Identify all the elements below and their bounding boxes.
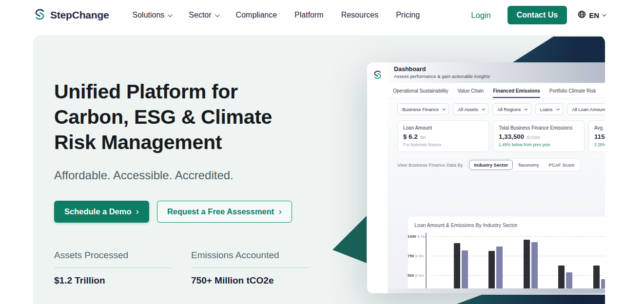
language-code: EN [589, 11, 599, 19]
filter-loans[interactable]: Loans [535, 103, 563, 115]
brand-name: StepChange [50, 9, 109, 21]
stepchange-mark-icon [372, 70, 383, 293]
top-navigation: StepChange Solutions Sector Compliance P… [0, 0, 644, 30]
dashboard-body: Business Finance All Assets All Regions … [388, 99, 605, 288]
dashboard-main: Dashboard Assess performance & gain acti… [388, 62, 605, 293]
chevron-down-icon [525, 107, 527, 110]
metric-value: 1,33,500 [499, 133, 524, 140]
nav-item-platform[interactable]: Platform [294, 11, 324, 19]
grid-line [430, 236, 605, 237]
metric-title: Loan Amount [403, 125, 483, 131]
filter-all-assets[interactable]: All Assets [453, 103, 488, 115]
view-by-label: View Business Finance Data By [397, 162, 463, 168]
chevron-down-icon [215, 12, 220, 17]
tab-portfolio-climate-risk[interactable]: Portfolio Climate Risk [549, 88, 596, 98]
bar-emissions [496, 247, 503, 293]
chevron-down-icon [168, 12, 173, 17]
metric-unit: tCO2e [527, 134, 540, 140]
decor-navy-parallelogram [513, 37, 605, 62]
decor-teal-triangle [332, 216, 367, 263]
chevron-down-icon [602, 12, 606, 16]
hero-subtitle: Affordable. Accessible. Accredited. [54, 169, 327, 182]
filter-all-loan-amount[interactable]: All Loan Amount [567, 103, 605, 115]
metric-note: For business finance [403, 142, 483, 147]
metric-note: 2.29% l [594, 142, 605, 147]
hero-section: Unified Platform for Carbon, ESG & Clima… [33, 35, 605, 304]
dashboard-header: Dashboard Assess performance & gain acti… [388, 62, 605, 83]
bar-chart: 0 $ Mn250 $ Mn500 $ Mn750 $ Mn1000 $ MnC… [408, 230, 605, 293]
bar-loan-amount [454, 243, 460, 293]
language-selector[interactable]: EN [578, 10, 605, 20]
nav-links: Solutions Sector Compliance Platform Res… [133, 11, 420, 19]
chart-card: Loan Amount & Emissions By Industry Sect… [407, 216, 605, 293]
tab-value-chain[interactable]: Value Chain [457, 88, 484, 98]
dashboard-subtitle: Assess performance & gain actionable ins… [394, 74, 605, 79]
filter-business-finance[interactable]: Business Finance [397, 103, 449, 115]
decor-bottom-ribbon [457, 295, 605, 304]
nav-item-pricing[interactable]: Pricing [396, 11, 420, 19]
stat-emissions-accounted: Emissions Accounted 750+ Million tCO2e [191, 250, 309, 286]
bar-emissions [462, 250, 468, 293]
metric-unit: Bn [420, 134, 426, 140]
stepchange-logo-icon [33, 8, 46, 23]
metric-title: Total Business Finance Emissions [499, 125, 579, 131]
view-by-taxonomy[interactable]: Taxonomy [513, 160, 544, 170]
contact-us-button[interactable]: Contact Us [507, 6, 567, 24]
metric-card-loan-amount: Loan Amount $ 6.2Bn For business finance [397, 120, 489, 152]
view-by-row: View Business Finance Data By Industry S… [388, 152, 605, 171]
bar-loan-amount [488, 251, 495, 293]
metric-card-avg-emissions: Avg. E 115.9 2.29% l [588, 120, 605, 152]
chevron-down-icon [482, 107, 485, 110]
login-link[interactable]: Login [471, 11, 490, 20]
request-assessment-button[interactable]: Request a Free Assessment› [157, 201, 292, 223]
bar-emissions [531, 242, 538, 293]
stat-label: Assets Processed [54, 250, 172, 268]
stat-value: $1.2 Trillion [54, 275, 172, 286]
landing-page: StepChange Solutions Sector Compliance P… [0, 0, 644, 304]
chevron-right-icon: › [278, 207, 281, 216]
metric-value: 115.9 [594, 133, 605, 140]
y-axis-tick-label: 500 $ Mn [408, 273, 424, 278]
filter-all-regions[interactable]: All Regions [492, 103, 531, 115]
metric-note: 1.49% below from prev year [499, 142, 579, 147]
hero-copy: Unified Platform for Carbon, ESG & Clima… [54, 79, 327, 286]
dashboard-footer-band [388, 288, 605, 293]
hero-title: Unified Platform for Carbon, ESG & Clima… [54, 79, 327, 155]
chevron-down-icon [556, 107, 559, 110]
stat-value: 750+ Million tCO2e [191, 275, 309, 286]
tab-financed-emissions[interactable]: Financed Emissions [493, 88, 540, 98]
dashboard-sidebar [367, 62, 388, 293]
metric-cards-row: Loan Amount $ 6.2Bn For business finance… [388, 115, 605, 152]
bar-loan-amount [524, 240, 530, 293]
chevron-down-icon [442, 107, 445, 110]
nav-item-solutions[interactable]: Solutions [133, 11, 172, 19]
y-axis-tick-label: 1000 $ Mn [408, 234, 424, 239]
nav-item-compliance[interactable]: Compliance [236, 11, 277, 19]
schedule-demo-button[interactable]: Schedule a Demo› [54, 201, 149, 223]
stats-row: Assets Processed $1.2 Trillion Emissions… [54, 250, 327, 286]
filter-row: Business Finance All Assets All Regions … [388, 99, 605, 115]
metric-value: $ 6.2 [403, 133, 418, 140]
y-axis-line [426, 233, 427, 293]
metric-title: Avg. E [594, 125, 605, 131]
globe-icon [578, 10, 586, 20]
metric-card-total-emissions: Total Business Finance Emissions 1,33,50… [493, 120, 585, 152]
dashboard-title: Dashboard [394, 66, 605, 73]
dashboard-preview: Dashboard Assess performance & gain acti… [367, 62, 605, 293]
chevron-right-icon: › [136, 207, 139, 216]
nav-item-resources[interactable]: Resources [341, 11, 378, 19]
view-by-pcaf-score[interactable]: PCAF Score [544, 160, 579, 170]
nav-item-sector[interactable]: Sector [189, 11, 218, 19]
stepchange-logo[interactable]: StepChange [33, 8, 109, 23]
dashboard-tabs: Operational Sustainability Value Chain F… [388, 83, 605, 98]
tab-operational-sustainability[interactable]: Operational Sustainability [393, 88, 448, 98]
stat-label: Emissions Accounted [191, 250, 309, 268]
chart-title: Loan Amount & Emissions By Industry Sect… [414, 222, 605, 228]
cta-row: Schedule a Demo› Request a Free Assessme… [54, 201, 327, 223]
view-by-segmented-control: Industry Sector Taxonomy PCAF Score [468, 158, 581, 171]
view-by-industry-sector[interactable]: Industry Sector [469, 160, 513, 170]
stat-assets-processed: Assets Processed $1.2 Trillion [54, 250, 172, 286]
y-axis-tick-label: 750 $ Mn [408, 254, 424, 258]
